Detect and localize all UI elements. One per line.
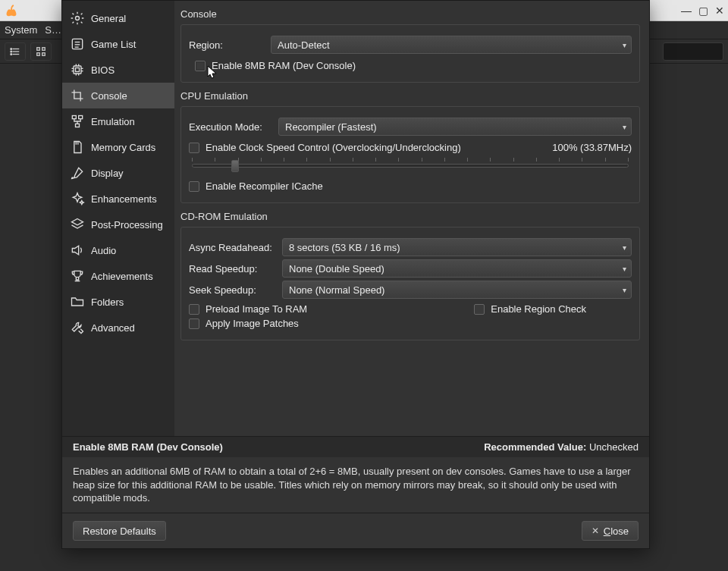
enable-8mb-checkbox[interactable]: Enable 8MB RAM (Dev Console) (195, 60, 356, 71)
sparkle-icon (70, 191, 85, 206)
chevron-down-icon: ▾ (623, 265, 626, 273)
clock-speed-slider[interactable] (192, 158, 629, 173)
preload-checkbox[interactable]: Preload Image To RAM (189, 303, 307, 315)
view-list-button[interactable] (5, 42, 26, 61)
crop-icon (70, 88, 85, 103)
svg-rect-16 (76, 68, 80, 72)
sidebar-item-label: Audio (91, 245, 116, 256)
sidebar-item-enhancements[interactable]: Enhancements (62, 186, 174, 212)
sidebar-item-emulation[interactable]: Emulation (62, 108, 174, 134)
sidebar-item-label: Achievements (91, 271, 153, 282)
sidebar-item-game-list[interactable]: Game List (62, 31, 174, 57)
sidebar-item-folders[interactable]: Folders (62, 289, 174, 315)
sidebar-item-label: BIOS (91, 64, 115, 76)
close-icon: ✕ (592, 526, 599, 536)
layers-icon (70, 217, 85, 232)
minimize-button[interactable]: — (678, 2, 695, 19)
group-cpu: Execution Mode: Recompiler (Fastest) ▾ E… (180, 106, 640, 203)
clock-speed-label: Enable Clock Speed Control (Overclocking… (206, 142, 461, 153)
svg-rect-15 (74, 66, 81, 74)
icache-label: Enable Recompiler ICache (206, 180, 323, 192)
region-check-label: Enable Region Check (491, 303, 586, 315)
sidebar-item-audio[interactable]: Audio (62, 237, 174, 263)
group-title-cdrom: CD-ROM Emulation (180, 211, 640, 222)
menu-settings-truncated[interactable]: S… (45, 24, 61, 36)
svg-rect-25 (72, 116, 76, 119)
async-value: 8 sectors (53 KB / 16 ms) (289, 242, 400, 253)
menu-system[interactable]: System (5, 24, 37, 36)
sidebar-item-label: General (91, 13, 126, 24)
settings-sidebar: General Game List BIOS Console Emulation… (62, 1, 174, 436)
chip-icon (70, 62, 85, 77)
sidebar-item-bios[interactable]: BIOS (62, 57, 174, 83)
region-select[interactable]: Auto-Detect ▾ (271, 36, 632, 54)
dialog-footer: Restore Defaults ✕ Close (62, 513, 649, 548)
exec-mode-label: Execution Mode: (189, 121, 272, 133)
svg-point-10 (76, 17, 80, 20)
flowchart-icon (70, 114, 85, 129)
help-recommended: Recommended Value: Unchecked (484, 441, 639, 453)
region-value: Auto-Detect (278, 39, 330, 51)
read-speedup-label: Read Speedup: (189, 263, 276, 275)
svg-point-3 (11, 48, 12, 49)
brush-icon (70, 165, 85, 180)
chevron-down-icon: ▾ (623, 286, 626, 294)
sidebar-item-label: Advanced (91, 322, 135, 334)
view-grid-button[interactable] (30, 42, 52, 61)
read-speedup-select[interactable]: None (Double Speed) ▾ (282, 259, 632, 278)
sidebar-item-label: Memory Cards (91, 142, 155, 153)
toolbar-search-input[interactable] (663, 42, 723, 61)
group-title-cpu: CPU Emulation (180, 90, 640, 102)
preload-label: Preload Image To RAM (206, 303, 307, 315)
restore-defaults-button[interactable]: Restore Defaults (73, 521, 166, 541)
sidebar-item-label: Enhancements (91, 193, 157, 205)
settings-dialog: General Game List BIOS Console Emulation… (61, 0, 650, 549)
sidebar-item-memory-cards[interactable]: Memory Cards (62, 134, 174, 160)
checkbox-icon (189, 318, 199, 329)
sidebar-item-advanced[interactable]: Advanced (62, 315, 174, 340)
seek-speedup-select[interactable]: None (Normal Speed) ▾ (282, 281, 632, 299)
async-label: Async Readahead: (189, 242, 276, 253)
async-select[interactable]: 8 sectors (53 KB / 16 ms) ▾ (282, 238, 632, 256)
icache-checkbox[interactable]: Enable Recompiler ICache (189, 180, 323, 192)
maximize-button[interactable]: ▢ (695, 2, 711, 19)
group-title-console: Console (180, 8, 640, 20)
tools-icon (70, 320, 85, 335)
close-button[interactable]: ✕ Close (582, 521, 639, 541)
seek-speedup-label: Seek Speedup: (189, 284, 276, 296)
sidebar-item-post-processing[interactable]: Post-Processing (62, 212, 174, 237)
apply-patches-checkbox[interactable]: Apply Image Patches (189, 318, 299, 329)
region-check-checkbox[interactable]: Enable Region Check (474, 303, 586, 315)
svg-point-5 (11, 53, 12, 55)
speaker-icon (70, 243, 85, 258)
sidebar-item-label: Folders (91, 296, 124, 308)
exec-mode-value: Recompiler (Fastest) (285, 121, 377, 133)
sdcard-icon (70, 140, 85, 155)
region-label: Region: (189, 39, 265, 51)
chevron-down-icon: ▾ (623, 243, 626, 252)
help-heading: Enable 8MB RAM (Dev Console) (73, 441, 223, 453)
read-speedup-value: None (Double Speed) (289, 263, 384, 275)
checkbox-icon (195, 61, 206, 71)
chevron-down-icon: ▾ (623, 123, 626, 131)
sidebar-item-achievements[interactable]: Achievements (62, 263, 174, 289)
sidebar-item-display[interactable]: Display (62, 160, 174, 186)
checkbox-icon (189, 181, 199, 192)
svg-rect-26 (79, 116, 83, 119)
folder-icon (70, 294, 85, 309)
close-window-button[interactable]: ✕ (711, 2, 728, 19)
chevron-down-icon: ▾ (623, 41, 626, 49)
gear-icon (70, 11, 85, 26)
sidebar-item-label: Display (91, 168, 124, 179)
list-icon (70, 36, 85, 52)
svg-rect-8 (37, 52, 40, 55)
sidebar-item-console[interactable]: Console (62, 83, 174, 108)
clock-speed-checkbox[interactable]: Enable Clock Speed Control (Overclocking… (189, 142, 461, 153)
svg-rect-27 (76, 124, 80, 127)
exec-mode-select[interactable]: Recompiler (Fastest) ▾ (278, 118, 632, 136)
group-console: Region: Auto-Detect ▾ Enable 8MB RAM (De… (180, 24, 640, 83)
sidebar-item-label: Post-Processing (91, 219, 163, 231)
clock-speed-value: 100% (33.87MHz) (552, 142, 632, 153)
help-body: Enables an additional 6MB of RAM to obta… (62, 457, 649, 513)
sidebar-item-general[interactable]: General (62, 5, 174, 31)
